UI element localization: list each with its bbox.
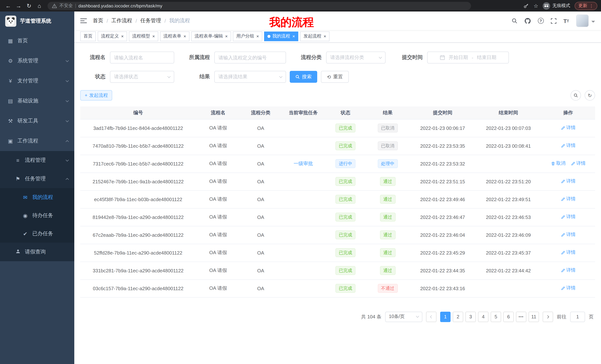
close-icon[interactable]: × — [183, 34, 186, 38]
fullscreen-icon[interactable] — [551, 18, 556, 24]
sidebar-item-my-process[interactable]: ✉ 我的流程 — [0, 188, 74, 206]
home-icon[interactable]: ⌂ — [35, 1, 44, 10]
detail-link[interactable]: 详情 — [571, 161, 586, 167]
pager: 123456•••11 — [440, 312, 539, 322]
row-current-task — [281, 172, 325, 190]
row-result: 已取消 — [366, 137, 410, 155]
github-icon[interactable] — [524, 18, 531, 24]
next-page-button[interactable] — [543, 312, 553, 322]
update-label: 更新 — [578, 3, 587, 9]
breadcrumb-task-management[interactable]: 任务管理 — [140, 18, 161, 24]
detail-link[interactable]: 详情 — [561, 125, 576, 131]
detail-link[interactable]: 详情 — [561, 267, 576, 274]
parent-process-input[interactable] — [214, 52, 286, 63]
cancel-link[interactable]: 取消 — [551, 161, 566, 167]
result-select[interactable]: 请选择流结果 — [214, 71, 286, 83]
row-current-task — [281, 208, 325, 226]
create-process-button[interactable]: + 发起流程 — [80, 90, 112, 101]
search-icon[interactable] — [511, 18, 517, 24]
detail-link[interactable]: 详情 — [561, 143, 576, 149]
row-end-time: 2022-01-22 23:46:53 — [475, 208, 541, 226]
page-button[interactable]: 11 — [529, 312, 539, 322]
row-result: 通过 — [366, 172, 410, 190]
refresh-button[interactable]: ↻ — [585, 90, 595, 101]
status-select[interactable]: 请选择状态 — [110, 71, 174, 83]
help-icon[interactable]: ? — [538, 18, 544, 24]
page-button[interactable]: ••• — [516, 312, 526, 322]
view-tab[interactable]: 用户分组 × — [233, 31, 262, 41]
page-button[interactable]: 2 — [453, 312, 463, 322]
sidebar-item-task-management[interactable]: ⚑ 任务管理 — [0, 170, 74, 188]
page-button[interactable]: 4 — [478, 312, 489, 322]
detail-link[interactable]: 详情 — [561, 232, 576, 238]
page-size-select[interactable]: 10条/页 — [385, 312, 422, 322]
forward-icon[interactable]: → — [14, 1, 23, 10]
detail-link[interactable]: 详情 — [561, 285, 576, 291]
row-submit-time: 2022-01-22 23:49:46 — [410, 190, 475, 208]
sidebar-item-process-management[interactable]: ≡ 流程管理 — [0, 151, 74, 170]
view-tab[interactable]: 首页 — [80, 31, 96, 41]
close-icon[interactable]: × — [323, 34, 326, 38]
view-tab[interactable]: 我的流程 × — [264, 31, 298, 41]
row-result: 不通过 — [366, 279, 410, 297]
detail-link[interactable]: 详情 — [561, 214, 576, 220]
hamburger-icon[interactable] — [80, 18, 87, 24]
sidebar-item-infrastructure[interactable]: ▤ 基础设施 — [0, 91, 74, 111]
close-icon[interactable]: × — [152, 34, 155, 38]
category-select[interactable]: 请选择流程分类 — [326, 52, 386, 63]
page-button[interactable]: 6 — [503, 312, 514, 322]
detail-link[interactable]: 详情 — [561, 249, 576, 256]
result-badge: 通过 — [380, 248, 395, 257]
sidebar-item-todo-tasks[interactable]: ◉ 待办任务 — [0, 206, 74, 224]
detail-link[interactable]: 详情 — [561, 196, 576, 202]
sidebar-item-devtools[interactable]: ⚒ 研发工具 — [0, 111, 74, 131]
close-icon[interactable]: × — [225, 34, 228, 38]
sidebar-item-done-tasks[interactable]: ✔ 已办任务 — [0, 224, 74, 243]
page-button[interactable]: 1 — [440, 312, 451, 322]
bookmark-star-icon[interactable]: ☆ — [534, 3, 538, 9]
address-bar[interactable]: 不安全 dashboard.yudao.iocoder.cn/bpm/task/… — [48, 2, 471, 10]
submit-time-range-picker[interactable]: 开始日期 - 结束日期 — [427, 52, 509, 63]
current-task-link[interactable]: 一级审批 — [294, 161, 313, 166]
logo[interactable]: 芋道管理系统 — [0, 11, 74, 31]
sidebar-item-workflow[interactable]: ▣ 工作流程 — [0, 131, 74, 151]
sidebar-item-home[interactable]: ▦ 首页 — [0, 31, 74, 51]
reload-icon[interactable]: ↻ — [25, 1, 33, 10]
view-tab[interactable]: 流程定义 × — [98, 31, 127, 41]
view-tab[interactable]: 流程表单-编辑 × — [191, 31, 231, 41]
row-actions: 详情 — [541, 244, 595, 262]
sidebar-item-payment[interactable]: ¥ 支付管理 — [0, 71, 74, 91]
table-row: 03c6c157-7b9a-11ec-a290-acde48001122 OA … — [80, 279, 595, 297]
row-id: 67c2eaab-7b9a-11ec-a290-acde48001122 — [80, 226, 196, 244]
view-tab[interactable]: 流程表单 × — [160, 31, 190, 41]
tabs-bar: 首页 流程定义 × 流程模型 × 流程表单 × 流程表单-编辑 × 用户分组 ×… — [74, 30, 601, 43]
goto-page-input[interactable] — [570, 312, 585, 322]
reset-button[interactable]: ⟲ 重置 — [321, 71, 349, 83]
view-tab[interactable]: 流程模型 × — [129, 31, 158, 41]
breadcrumb-workflow[interactable]: 工作流程 — [111, 18, 132, 24]
sidebar-item-system[interactable]: ⚙ 系统管理 — [0, 51, 74, 71]
row-process-name: OA 请假 — [196, 226, 240, 244]
browser-update-button[interactable]: 更新 ⋮ — [575, 2, 597, 10]
sidebar-item-leave-query[interactable]: 请假查询 — [0, 243, 74, 261]
close-icon[interactable]: × — [256, 34, 259, 38]
prev-page-button[interactable] — [426, 312, 436, 322]
close-icon[interactable]: × — [121, 34, 124, 38]
close-icon[interactable]: × — [292, 34, 295, 38]
breadcrumb-home[interactable]: 首页 — [93, 18, 103, 24]
chevron-down-icon — [168, 75, 171, 78]
search-button[interactable]: 搜索 — [290, 71, 317, 83]
font-size-icon[interactable]: TT — [563, 18, 569, 24]
browser-menu-icon[interactable]: ⋮ — [589, 3, 594, 8]
page-button[interactable]: 5 — [491, 312, 501, 322]
back-icon[interactable]: ← — [4, 1, 13, 10]
detail-link[interactable]: 详情 — [561, 178, 576, 185]
toggle-search-button[interactable] — [571, 90, 581, 101]
user-menu[interactable] — [576, 14, 595, 27]
key-icon[interactable] — [523, 3, 529, 9]
status-badge: 已完成 — [335, 141, 355, 150]
view-tab[interactable]: 发起流程 × — [300, 31, 330, 41]
page-button[interactable]: 3 — [465, 312, 476, 322]
process-name-input[interactable] — [110, 52, 174, 63]
avatar[interactable] — [576, 14, 589, 27]
